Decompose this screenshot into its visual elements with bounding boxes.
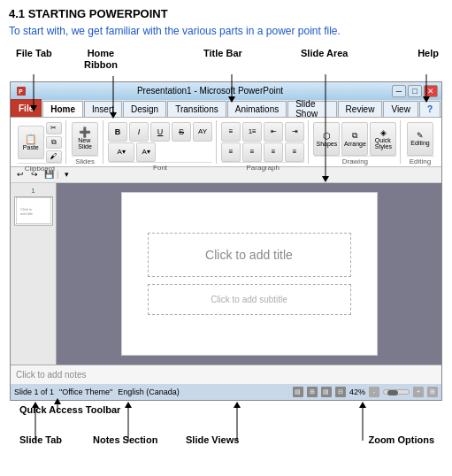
arrange-button[interactable]: ⧉ Arrange xyxy=(341,122,368,156)
label-help: Help xyxy=(418,48,439,59)
increase-indent-button[interactable]: ⇥ xyxy=(285,122,304,142)
label-zoom-options: Zoom Options xyxy=(368,434,434,445)
underline-button[interactable]: U xyxy=(150,122,170,142)
strikethrough-button[interactable]: S xyxy=(172,122,191,142)
svg-text:add title: add title xyxy=(20,211,34,216)
tab-view[interactable]: View xyxy=(383,101,418,117)
justify-button[interactable]: ≡ xyxy=(285,142,304,162)
shadow-button[interactable]: AY xyxy=(193,122,212,142)
bold-button[interactable]: B xyxy=(108,122,127,142)
shapes-label: Shapes xyxy=(317,141,338,147)
arrange-icon: ⧉ xyxy=(352,131,357,141)
label-quick-access: Quick Access Toolbar xyxy=(19,404,120,415)
ribbon-group-clipboard: 📋 Paste ✂ ⧉ 🖌 Clipboard xyxy=(14,120,66,164)
align-left-button[interactable]: ≡ xyxy=(221,142,241,162)
intro-text-before: To start with, we get familiar with the xyxy=(9,25,182,37)
ppt-window-controls: ─ □ ✕ xyxy=(392,85,438,97)
shapes-button[interactable]: ⬡ Shapes xyxy=(313,122,340,156)
label-notes-section: Notes Section xyxy=(93,434,157,445)
ribbon: 📋 Paste ✂ ⧉ 🖌 Clipboard xyxy=(11,118,441,167)
slide-count: Slide 1 of 1 xyxy=(14,388,54,396)
arrange-label: Arrange xyxy=(344,141,366,147)
paragraph-label: Paragraph xyxy=(222,162,304,172)
toolbar-redo-button[interactable]: ↪ xyxy=(28,168,41,180)
label-slide-tab: Slide Tab xyxy=(19,434,62,445)
slide-canvas: Click to add title Click to add subtitle xyxy=(121,192,378,356)
minimize-button[interactable]: ─ xyxy=(392,85,406,97)
slide-title-placeholder[interactable]: Click to add title xyxy=(148,233,351,277)
slides-buttons: ➕ NewSlide xyxy=(72,122,98,156)
zoom-slider-thumb xyxy=(387,390,398,395)
slide-view-normal-icon[interactable]: ▤ xyxy=(293,387,303,397)
tab-transitions[interactable]: Transitions xyxy=(167,101,226,117)
ppt-titlebar-text: Presentation1 - Microsoft PowerPoint xyxy=(28,86,392,96)
toolbar-undo-button[interactable]: ↩ xyxy=(14,168,27,180)
ppt-main-area: 1 Click toadd title Click to add title C… xyxy=(11,183,441,365)
toolbar-save-button[interactable]: 💾 xyxy=(42,168,55,180)
toolbar-customize-button[interactable]: ▾ xyxy=(60,168,73,180)
slide-view-sorter-icon[interactable]: ⊞ xyxy=(307,387,318,397)
label-file-tab: File Tab xyxy=(16,48,52,59)
label-slide-views: Slide Views xyxy=(186,434,239,445)
bullets-button[interactable]: ≡ xyxy=(221,122,241,142)
quick-styles-button[interactable]: ◈ QuickStyles xyxy=(370,122,396,156)
tab-review[interactable]: Review xyxy=(338,101,383,117)
statusbar-right: ▤ ⊞ ▤ ⊟ 42% - + ⊞ xyxy=(293,387,438,397)
tab-home[interactable]: Home xyxy=(42,101,83,117)
decrease-indent-button[interactable]: ⇤ xyxy=(264,122,283,142)
font-size-button[interactable]: A▾ xyxy=(108,142,134,162)
shapes-icon: ⬡ xyxy=(323,131,331,141)
new-slide-label: NewSlide xyxy=(78,137,92,150)
align-right-button[interactable]: ≡ xyxy=(264,142,283,162)
italic-button[interactable]: I xyxy=(129,122,149,142)
slide-view-presenter-icon[interactable]: ⊟ xyxy=(335,387,346,397)
zoom-level: 42% xyxy=(349,388,365,396)
intro-text: To start with, we get familiar with the … xyxy=(9,24,443,39)
intro-text-after: . xyxy=(338,25,341,37)
tab-insert[interactable]: Insert xyxy=(84,101,122,117)
ribbon-group-paragraph: ≡ 1≡ ⇤ ⇥ ≡ ≡ ≡ ≡ Paragraph xyxy=(218,120,309,164)
editing-button[interactable]: ✎ Editing xyxy=(407,122,433,156)
zoom-decrease-button[interactable]: - xyxy=(369,387,379,397)
clipboard-buttons: 📋 Paste ✂ ⧉ 🖌 xyxy=(18,122,62,163)
tab-help[interactable]: ? xyxy=(419,101,441,117)
paste-label: Paste xyxy=(23,144,39,150)
tab-animations[interactable]: Animations xyxy=(227,101,287,117)
zoom-slider[interactable] xyxy=(383,389,410,395)
slide-number: 1 xyxy=(31,187,34,195)
fit-slide-button[interactable]: ⊞ xyxy=(427,387,438,397)
paste-button[interactable]: 📋 Paste xyxy=(18,126,44,159)
slide-thumbnail[interactable]: Click toadd title xyxy=(14,196,53,226)
slides-label: Slides xyxy=(72,156,99,165)
notes-section[interactable]: Click to add notes xyxy=(11,365,441,384)
zoom-increase-button[interactable]: + xyxy=(413,387,424,397)
align-center-button[interactable]: ≡ xyxy=(242,142,262,162)
format-painter-button[interactable]: 🖌 xyxy=(46,150,62,163)
drawing-label: Drawing xyxy=(314,156,396,165)
svg-text:P: P xyxy=(19,88,23,95)
restore-button[interactable]: □ xyxy=(408,85,422,97)
tab-file[interactable]: File xyxy=(11,99,42,117)
label-slide-area: Slide Area xyxy=(301,48,348,59)
ppt-window: P Presentation1 - Microsoft PowerPoint ─… xyxy=(10,81,442,401)
quick-styles-label: QuickStyles xyxy=(375,137,392,150)
label-home-ribbon: HomeRibbon xyxy=(84,48,118,71)
drawing-buttons: ⬡ Shapes ⧉ Arrange ◈ QuickStyles xyxy=(313,122,396,156)
new-slide-button[interactable]: ➕ NewSlide xyxy=(72,122,98,156)
paste-icon: 📋 xyxy=(25,134,37,144)
slide-view-reading-icon[interactable]: ▤ xyxy=(321,387,332,397)
ppt-titlebar: P Presentation1 - Microsoft PowerPoint ─… xyxy=(11,82,441,100)
slide-canvas-area: Click to add title Click to add subtitle xyxy=(57,183,441,365)
slide-panel: 1 Click toadd title xyxy=(11,183,57,365)
quick-styles-icon: ◈ xyxy=(380,128,387,137)
copy-button[interactable]: ⧉ xyxy=(46,136,62,149)
page: 4.1 STARTING POWERPOINT To start with, w… xyxy=(0,0,452,476)
tab-slideshow[interactable]: Slide Show xyxy=(287,101,336,117)
cut-button[interactable]: ✂ xyxy=(46,122,62,134)
numbering-button[interactable]: 1≡ xyxy=(242,122,262,142)
close-button[interactable]: ✕ xyxy=(424,85,438,97)
font-color-button[interactable]: A▾ xyxy=(136,142,156,162)
ribbon-tabs: File Home Insert Design Transitions Anim… xyxy=(11,100,441,118)
slide-subtitle-placeholder[interactable]: Click to add subtitle xyxy=(148,284,351,315)
tab-design[interactable]: Design xyxy=(123,101,166,117)
